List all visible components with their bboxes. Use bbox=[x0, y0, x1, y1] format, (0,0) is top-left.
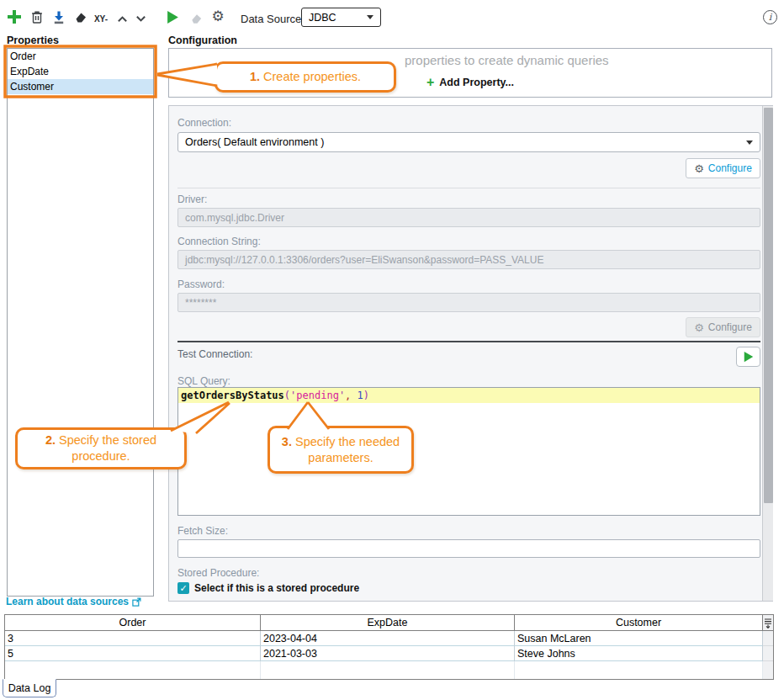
data-log-tab-label: Data Log bbox=[8, 682, 51, 694]
fetch-size-label: Fetch Size: bbox=[177, 525, 228, 537]
fetch-size-field[interactable] bbox=[177, 539, 760, 558]
app-window: XY- ⚙ Data Source: JDBC i Properties Ord… bbox=[0, 0, 784, 700]
table-corner-button[interactable] bbox=[763, 615, 773, 631]
info-icon: i bbox=[769, 12, 772, 23]
results-table: Order ExpDate Customer 3 2023-04-04 Susa… bbox=[4, 614, 774, 680]
column-header-expdate[interactable]: ExpDate bbox=[261, 615, 515, 631]
configure-button2-label: Configure bbox=[708, 321, 752, 333]
property-item-customer[interactable]: Customer bbox=[8, 79, 153, 94]
connection-label: Connection: bbox=[177, 117, 231, 129]
table-cell[interactable]: Susan McLaren bbox=[515, 631, 763, 646]
add-property-button[interactable] bbox=[5, 8, 24, 26]
configure-password-button[interactable]: ⚙ Configure bbox=[686, 317, 760, 337]
learn-link-label: Learn about data sources bbox=[6, 596, 129, 607]
callout-3-text: 3. Specify the needed parameters. bbox=[277, 434, 405, 466]
password-value: ******** bbox=[185, 297, 216, 309]
data-source-label: Data Source: bbox=[241, 13, 305, 25]
table-cell[interactable]: Steve Johns bbox=[515, 646, 763, 661]
sql-string-arg: pending bbox=[296, 390, 339, 401]
stored-procedure-checkbox[interactable]: ✓ bbox=[177, 582, 189, 594]
clear-button[interactable] bbox=[72, 8, 90, 26]
property-item-expdate[interactable]: ExpDate bbox=[8, 64, 153, 79]
driver-field[interactable]: com.mysql.jdbc.Driver bbox=[177, 208, 760, 227]
settings-button[interactable]: ⚙ bbox=[209, 7, 227, 25]
sql-number-arg: 1 bbox=[358, 390, 363, 401]
dropdown-arrow-icon bbox=[746, 141, 753, 145]
table-scrollbar[interactable] bbox=[763, 661, 773, 679]
connection-string-label: Connection String: bbox=[177, 236, 261, 247]
sql-query-label: SQL Query: bbox=[177, 375, 230, 387]
table-empty-area bbox=[515, 661, 763, 679]
run-button[interactable] bbox=[163, 8, 182, 26]
stored-procedure-label: Stored Procedure: bbox=[177, 567, 259, 579]
data-source-value: JDBC bbox=[309, 12, 336, 24]
add-property-label: Add Property... bbox=[439, 77, 514, 88]
gear-icon: ⚙ bbox=[694, 322, 704, 333]
xy-button-label: XY- bbox=[94, 14, 108, 24]
banner-hint-text: properties to create dynamic queries bbox=[405, 53, 609, 67]
password-field[interactable]: ******** bbox=[177, 293, 760, 312]
import-button[interactable] bbox=[50, 8, 68, 26]
gear-icon: ⚙ bbox=[211, 8, 224, 25]
stored-procedure-checkbox-label: Select if this is a stored procedure bbox=[194, 582, 359, 594]
table-cell[interactable]: 2023-04-04 bbox=[261, 631, 515, 646]
trash-icon bbox=[29, 9, 45, 24]
configuration-panel: Connection: Orders( Default environment … bbox=[168, 105, 773, 602]
dropdown-arrow-icon bbox=[367, 15, 373, 19]
callout-2: 2. Specify the stored procedure. bbox=[15, 427, 187, 469]
table-empty-area bbox=[261, 661, 515, 679]
table-scrollbar[interactable] bbox=[763, 646, 773, 661]
separator-dark bbox=[177, 341, 760, 342]
column-options-icon bbox=[764, 618, 772, 628]
external-link-icon bbox=[132, 597, 141, 607]
configuration-title: Configuration bbox=[168, 34, 237, 46]
callout-1: 1. Create properties. bbox=[215, 61, 396, 93]
table-empty-area bbox=[5, 661, 261, 679]
info-button[interactable]: i bbox=[763, 10, 777, 24]
tab-data-log[interactable]: Data Log bbox=[3, 679, 56, 697]
connection-string-field[interactable]: jdbc:mysql://127.0.0.1:3306/orders?user=… bbox=[177, 250, 760, 269]
stored-procedure-checkbox-row: ✓ Select if this is a stored procedure bbox=[177, 582, 359, 594]
connection-string-value: jdbc:mysql://127.0.0.1:3306/orders?user=… bbox=[185, 254, 543, 266]
chevron-up-icon bbox=[117, 14, 128, 24]
driver-label: Driver: bbox=[177, 194, 207, 205]
data-source-select[interactable]: JDBC bbox=[301, 8, 381, 27]
driver-value: com.mysql.jdbc.Driver bbox=[185, 212, 284, 224]
delete-button[interactable] bbox=[28, 8, 46, 26]
test-connection-label: Test Connection: bbox=[177, 348, 252, 360]
table-cell[interactable]: 2021-03-03 bbox=[261, 646, 515, 661]
table-cell[interactable]: 5 bbox=[5, 646, 261, 661]
sql-query-editor[interactable]: getOrdersByStatus('pending', 1) bbox=[177, 387, 760, 516]
play-icon bbox=[743, 351, 755, 363]
separator bbox=[177, 188, 760, 188]
move-up-button[interactable] bbox=[113, 9, 131, 28]
connection-select[interactable]: Orders( Default environment ) bbox=[177, 132, 760, 152]
play-icon bbox=[166, 10, 180, 24]
table-scrollbar[interactable] bbox=[763, 631, 773, 646]
properties-list: Order ExpDate Customer bbox=[7, 48, 154, 597]
check-icon: ✓ bbox=[179, 584, 187, 593]
column-header-customer[interactable]: Customer bbox=[515, 615, 763, 631]
clear-results-button-disabled[interactable] bbox=[187, 8, 205, 27]
table-cell[interactable]: 3 bbox=[5, 631, 261, 646]
callout-3: 3. Specify the needed parameters. bbox=[268, 426, 414, 474]
callout-2-text: 2. Specify the stored procedure. bbox=[24, 432, 177, 464]
download-icon bbox=[51, 9, 66, 24]
config-scrollbar-thumb[interactable] bbox=[764, 108, 773, 503]
sql-function: getOrdersByStatus bbox=[181, 390, 284, 401]
property-item-order[interactable]: Order bbox=[8, 49, 153, 64]
config-scrollbar[interactable] bbox=[762, 106, 773, 601]
eraser-icon bbox=[73, 9, 88, 24]
configure-button-label: Configure bbox=[708, 162, 752, 174]
move-down-button[interactable] bbox=[131, 9, 150, 28]
column-header-order[interactable]: Order bbox=[5, 615, 261, 631]
eraser-disabled-icon bbox=[189, 11, 204, 25]
learn-about-data-sources-link[interactable]: Learn about data sources bbox=[6, 596, 141, 607]
plus-icon: + bbox=[426, 77, 434, 88]
test-connection-button[interactable] bbox=[736, 347, 760, 367]
callout-1-text: 1. Create properties. bbox=[250, 69, 361, 85]
configure-connection-button[interactable]: ⚙ Configure bbox=[686, 158, 760, 178]
gear-icon: ⚙ bbox=[694, 163, 704, 174]
password-label: Password: bbox=[177, 278, 225, 290]
xy-axis-button[interactable]: XY- bbox=[90, 9, 112, 28]
